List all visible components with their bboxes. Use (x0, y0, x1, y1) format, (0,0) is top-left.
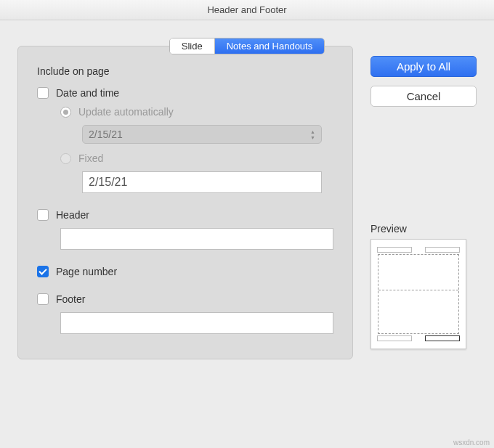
date-time-row: Date and time (37, 87, 338, 99)
preview-footer-left-slot (377, 335, 412, 341)
page-number-label: Page number (56, 266, 117, 277)
window-body: Slide Notes and Handouts Include on page… (0, 20, 494, 367)
include-on-page-label: Include on page (37, 65, 338, 77)
preview-body (378, 254, 459, 334)
options-panel: Include on page Date and time Update aut… (17, 46, 353, 359)
update-auto-label: Update automatically (78, 106, 174, 118)
preview-header-row (377, 247, 460, 253)
page-number-row: Page number (37, 266, 338, 277)
content-row: Include on page Date and time Update aut… (17, 46, 477, 359)
date-format-value: 2/15/21 (89, 129, 123, 140)
preview-page-number-slot (425, 335, 460, 341)
preview-header-right-slot (425, 247, 460, 253)
date-format-row: 2/15/21 ▲▼ (82, 125, 338, 144)
preview-body-top (378, 255, 458, 290)
preview-header-left-slot (377, 247, 412, 253)
window-title: Header and Footer (0, 0, 494, 20)
fixed-input-row (82, 171, 338, 193)
header-label: Header (56, 209, 89, 221)
footer-input-row (60, 312, 338, 334)
preview-body-bottom (378, 290, 458, 333)
header-input-row (60, 228, 338, 250)
sidebar: Apply to All Cancel Preview (370, 46, 477, 359)
preview-thumbnail (370, 239, 466, 349)
update-auto-row: Update automatically (60, 106, 338, 118)
fixed-date-input[interactable] (82, 171, 322, 193)
tab-slide[interactable]: Slide (170, 38, 215, 54)
header-checkbox[interactable] (37, 209, 49, 221)
footer-row: Footer (37, 293, 338, 305)
watermark: wsxdn.com (453, 439, 490, 447)
date-time-checkbox[interactable] (37, 87, 49, 99)
tab-segmented-control: Slide Notes and Handouts (169, 38, 325, 54)
fixed-row: Fixed (60, 152, 338, 164)
stepper-icon: ▲▼ (310, 129, 315, 140)
header-input[interactable] (60, 228, 333, 250)
cancel-button[interactable]: Cancel (370, 86, 477, 107)
footer-checkbox[interactable] (37, 293, 49, 305)
page-number-checkbox[interactable] (37, 266, 49, 277)
preview-footer-row (377, 335, 460, 341)
date-time-label: Date and time (56, 87, 119, 99)
tab-notes-handouts[interactable]: Notes and Handouts (215, 38, 325, 54)
tab-bar: Slide Notes and Handouts (17, 38, 477, 54)
fixed-radio[interactable] (60, 153, 71, 164)
preview-label: Preview (370, 223, 477, 235)
apply-to-all-button[interactable]: Apply to All (370, 56, 477, 77)
date-format-select[interactable]: 2/15/21 ▲▼ (82, 125, 322, 144)
footer-input[interactable] (60, 312, 333, 334)
update-auto-radio[interactable] (60, 107, 71, 118)
header-row: Header (37, 209, 338, 221)
footer-label: Footer (56, 293, 85, 305)
fixed-label: Fixed (78, 152, 103, 164)
